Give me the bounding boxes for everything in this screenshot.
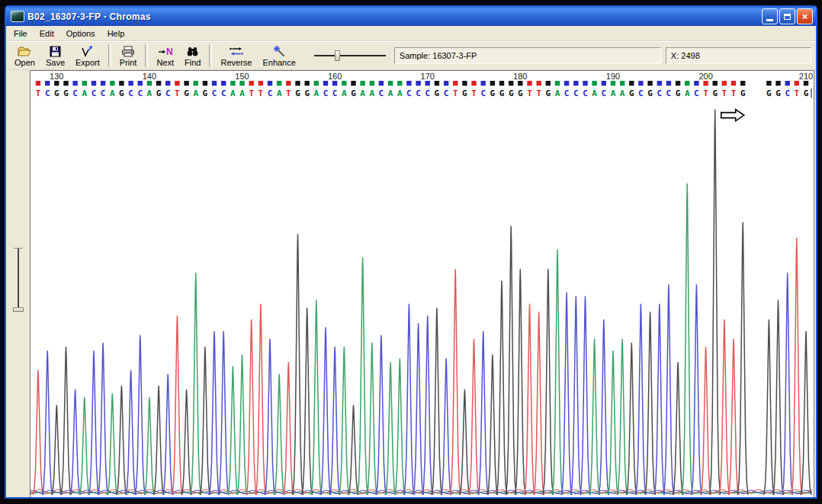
next-button[interactable]: N Next (151, 43, 179, 69)
peak-G-52 (515, 269, 526, 495)
base-letter: C (92, 88, 97, 98)
maximize-button[interactable] (779, 8, 795, 24)
menubar: File Edit Options Help (6, 26, 816, 41)
base-letter: C (268, 88, 273, 98)
base-letter: G (351, 88, 356, 98)
menu-item-help[interactable]: Help (101, 27, 131, 40)
menu-item-file[interactable]: File (8, 27, 34, 40)
peak-A-26 (274, 374, 284, 495)
close-button[interactable]: × (797, 8, 813, 24)
find-button[interactable]: Find (179, 43, 206, 69)
peak-C-7 (98, 343, 108, 495)
quality-square (110, 81, 114, 85)
menu-item-options[interactable]: Options (60, 27, 101, 40)
peak-A-35 (358, 258, 368, 495)
quality-square (277, 81, 281, 85)
vertical-slider-thumb[interactable] (13, 307, 24, 312)
peak-A-12 (144, 398, 155, 496)
open-button[interactable]: Open (9, 43, 40, 69)
base-letter: G (63, 88, 69, 98)
base-letter: G (647, 88, 653, 98)
chromatogram-canvas[interactable]: TCGGCACCAGCCAGCTGAGCCAATTCATGGACCAGAACAA… (31, 71, 814, 499)
quality-square (332, 81, 337, 85)
base-letter: A (82, 88, 87, 98)
quality-square (379, 81, 384, 85)
menu-item-edit[interactable]: Edit (34, 27, 60, 40)
base-letter: A (611, 88, 616, 98)
zoom-slider[interactable] (312, 47, 388, 64)
peak-C-31 (320, 328, 331, 495)
quality-square (63, 81, 68, 85)
peak-T-45 (450, 269, 461, 495)
peak-C-11 (135, 335, 146, 495)
base-letter: A (685, 88, 690, 98)
quality-square (36, 81, 40, 85)
reverse-label: Reverse (220, 58, 252, 67)
peak-G-13 (153, 386, 164, 495)
base-letter: C (221, 88, 226, 98)
base-letter: C (72, 88, 78, 98)
base-letter: T (722, 88, 727, 98)
peak-G-76 (737, 223, 748, 495)
quality-square (323, 81, 328, 85)
ruler-labels: 130140150160170180190200210 (50, 72, 813, 81)
base-letter: A (369, 88, 374, 98)
quality-square (435, 81, 439, 85)
peak-C-59 (580, 297, 591, 495)
reverse-button[interactable]: Reverse (215, 43, 257, 69)
minimize-button[interactable] (762, 8, 778, 24)
quality-square (453, 81, 458, 85)
quality-square (537, 81, 541, 85)
quality-square (416, 81, 420, 85)
chromatogram-panel[interactable]: TCGGCACCAGCCAGCTGAGCCAATTCATGGACCAGAACAA… (30, 70, 814, 499)
quality-square (481, 81, 486, 85)
zoom-slider-thumb[interactable] (335, 50, 340, 61)
trace-peaks (33, 110, 811, 495)
base-letter: G (509, 88, 514, 98)
ruler-label: 130 (50, 72, 63, 81)
quality-square (444, 81, 448, 85)
base-letter: T (36, 88, 41, 98)
peak-A-56 (552, 250, 563, 495)
next-n-icon: N (158, 44, 173, 57)
peak-C-42 (422, 316, 433, 495)
peak-C-4 (70, 390, 81, 495)
quality-square (101, 81, 105, 85)
peak-G-16 (181, 390, 192, 495)
reverse-arrows-icon (229, 44, 244, 57)
save-button[interactable]: Save (40, 43, 70, 69)
peak-C-44 (441, 359, 451, 496)
ruler-label: 180 (513, 72, 527, 81)
quality-square (128, 81, 133, 85)
enhance-button[interactable]: Enhance (257, 43, 300, 69)
peak-annotation-arrow (721, 110, 744, 121)
peak-A-8 (108, 393, 118, 495)
quality-square (194, 81, 198, 85)
quality-square (657, 81, 662, 85)
base-letter: G (712, 88, 718, 98)
base-letter: C (45, 88, 50, 98)
quality-square (703, 81, 708, 85)
peak-G-73 (710, 110, 721, 495)
quality-square (583, 81, 587, 85)
print-button[interactable]: Print (114, 43, 143, 69)
base-letter: A (342, 88, 347, 98)
base-letter: G (629, 88, 634, 98)
base-letter: A (555, 88, 560, 98)
quality-square (119, 81, 124, 85)
export-button[interactable]: Export (70, 43, 105, 69)
vertical-scale-slider[interactable] (12, 248, 25, 318)
quality-square (268, 81, 272, 85)
quality-square (175, 81, 179, 85)
quality-square (555, 81, 560, 85)
quality-square (638, 81, 643, 85)
base-letter: C (666, 88, 672, 98)
peak-G-49 (487, 355, 498, 495)
quality-square (370, 81, 374, 85)
quality-square (775, 81, 780, 85)
quality-square (314, 81, 319, 85)
base-letter: A (147, 88, 153, 98)
base-letter: G (804, 88, 809, 98)
ruler-label: 160 (328, 72, 342, 81)
quality-square (342, 81, 346, 85)
